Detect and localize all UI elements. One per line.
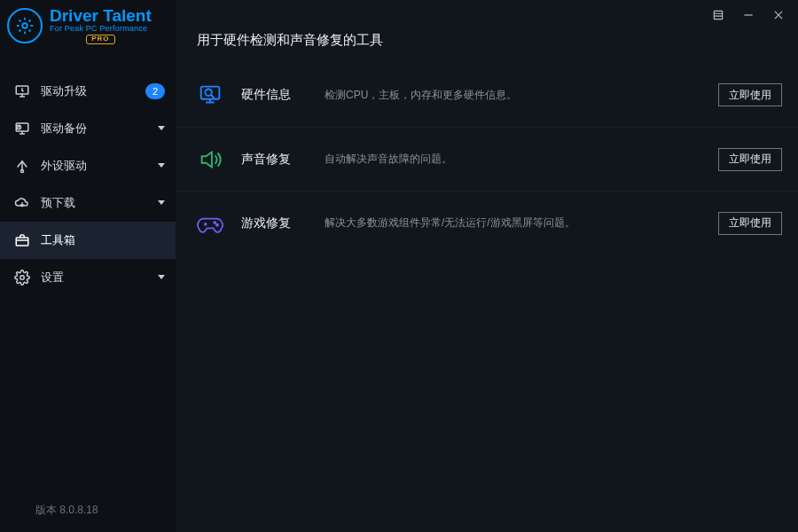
window-controls (711, 0, 798, 25)
chevron-down-icon (158, 126, 165, 130)
sidebar-item-toolbox[interactable]: 工具箱 (0, 222, 176, 259)
app-subtitle: For Peak PC Performance (50, 25, 152, 33)
app-logo-text: Driver Talent For Peak PC Performance PR… (50, 7, 152, 44)
menu-button[interactable] (711, 8, 725, 22)
sidebar-item-predownload[interactable]: 预下载 (0, 184, 176, 222)
sidebar-item-settings[interactable]: 设置 (0, 259, 176, 296)
app-logo-icon (7, 8, 43, 43)
svg-rect-7 (714, 11, 722, 19)
sidebar-nav: 驱动升级 2 驱动备份 外设驱动 (0, 73, 176, 296)
tool-row-game-fix: 游戏修复 解决大多数游戏组件异常/无法运行/游戏黑屏等问题。 立即使用 (176, 191, 798, 254)
sidebar-item-driver-update[interactable]: 驱动升级 2 (0, 73, 176, 110)
menu-icon (712, 9, 724, 21)
tool-row-sound-fix: 声音修复 自动解决声音故障的问题。 立即使用 (176, 127, 798, 191)
sidebar-item-label: 外设驱动 (41, 158, 147, 174)
app-title: Driver Talent (50, 7, 152, 25)
minimize-button[interactable] (741, 8, 755, 22)
svg-point-10 (214, 222, 215, 223)
chevron-down-icon (158, 200, 165, 205)
tool-name: 声音修复 (227, 152, 325, 168)
app-logo: Driver Talent For Peak PC Performance PR… (0, 0, 176, 48)
sidebar-item-driver-backup[interactable]: 驱动备份 (0, 110, 176, 147)
tool-desc: 解决大多数游戏组件异常/无法运行/游戏黑屏等问题。 (325, 215, 718, 231)
page-title: 用于硬件检测和声音修复的工具 (176, 16, 798, 59)
tool-action-button[interactable]: 立即使用 (718, 83, 782, 106)
cloud-download-icon (14, 195, 30, 211)
tools-list: 硬件信息 检测CPU，主板，内存和更多硬件信息。 立即使用 声音修复 自动解决声… (176, 59, 798, 254)
svg-rect-5 (16, 238, 28, 246)
sidebar-item-label: 驱动升级 (41, 83, 135, 99)
hardware-info-icon (193, 78, 227, 112)
svg-point-0 (22, 23, 27, 28)
pro-badge: PRO (86, 35, 114, 43)
svg-rect-8 (201, 87, 220, 99)
sidebar-item-peripheral-driver[interactable]: 外设驱动 (0, 147, 176, 184)
sidebar-item-label: 驱动备份 (41, 121, 147, 137)
sidebar: Driver Talent For Peak PC Performance PR… (0, 0, 176, 532)
svg-point-6 (20, 276, 25, 280)
tool-desc: 检测CPU，主板，内存和更多硬件信息。 (325, 88, 718, 103)
tool-name: 硬件信息 (227, 87, 325, 103)
tool-name: 游戏修复 (227, 215, 325, 231)
svg-point-11 (216, 223, 218, 225)
minimize-icon (742, 9, 755, 21)
usb-icon (14, 158, 30, 174)
main-panel: 用于硬件检测和声音修复的工具 硬件信息 检测CPU，主板，内存和更多硬件信息。 … (176, 0, 798, 532)
update-count-badge: 2 (145, 83, 165, 99)
sound-fix-icon (193, 143, 227, 176)
tool-row-hardware-info: 硬件信息 检测CPU，主板，内存和更多硬件信息。 立即使用 (176, 63, 798, 127)
sidebar-item-label: 预下载 (41, 195, 147, 211)
svg-rect-2 (16, 123, 28, 131)
tool-action-button[interactable]: 立即使用 (718, 212, 782, 235)
monitor-refresh-icon (14, 83, 30, 99)
gear-icon (14, 270, 30, 286)
tool-action-button[interactable]: 立即使用 (718, 148, 782, 171)
chevron-down-icon (158, 275, 165, 279)
clock-backup-icon (14, 121, 30, 137)
close-button[interactable] (771, 8, 786, 22)
svg-point-4 (21, 169, 24, 172)
gear-icon (15, 16, 35, 35)
version-label: 版本 8.0.8.18 (0, 503, 176, 532)
sidebar-item-label: 工具箱 (41, 232, 165, 248)
sidebar-item-label: 设置 (41, 270, 147, 286)
tool-desc: 自动解决声音故障的问题。 (325, 152, 718, 167)
chevron-down-icon (158, 163, 165, 168)
game-fix-icon (193, 207, 227, 240)
close-icon (772, 9, 785, 21)
svg-point-9 (205, 89, 212, 96)
toolbox-icon (14, 232, 30, 248)
